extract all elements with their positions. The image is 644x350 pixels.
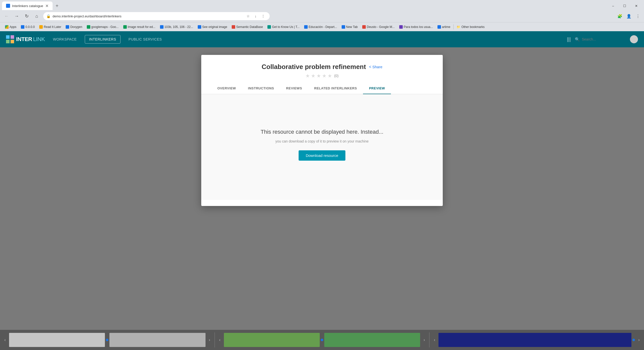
share-label: Share — [372, 65, 382, 69]
share-page-button[interactable]: ⋮ — [260, 13, 267, 20]
nav-interlinkers[interactable]: INTERLINKERS — [85, 35, 120, 44]
bars-icon[interactable]: ||| — [567, 37, 571, 42]
bookmark-favicon — [362, 25, 366, 29]
bookmark-label: Read It Later — [44, 25, 61, 29]
tab-instructions[interactable]: INSTRUCTIONS — [242, 83, 280, 94]
bookmark-0000[interactable]: 0.0.0.0 — [19, 24, 37, 30]
bookmark-googlemaps[interactable]: googlemaps - Goo... — [85, 24, 121, 30]
thumb-dot-3 — [632, 339, 635, 341]
bookmark-favicon — [304, 25, 308, 29]
bookmark-apps[interactable]: Apps — [3, 24, 18, 30]
bookmark-favicon — [267, 25, 271, 29]
bookmarks-bar: Apps 0.0.0.0 Read It Later Doxygen googl… — [0, 22, 644, 31]
bookmark-favicon — [342, 25, 345, 29]
tab-close-button[interactable]: ✕ — [45, 4, 49, 8]
reviews-count: (0) — [334, 74, 338, 78]
maximize-button[interactable]: ☐ — [619, 2, 630, 10]
logo-icon — [6, 35, 14, 43]
bookmark-favicon — [123, 25, 127, 29]
app-logo[interactable]: INTER LINK — [6, 35, 45, 43]
bookmark-artime[interactable]: artime — [435, 24, 452, 30]
thumb-section-3: ‹ › — [429, 333, 644, 347]
bookmark-this-button[interactable]: ☆ — [245, 13, 252, 20]
read-later-button[interactable]: ↓ — [252, 13, 259, 20]
nav-public-services[interactable]: PUBLIC SERVICES — [125, 35, 166, 43]
bookmark-label: 103b, 105, 106 - 22... — [165, 25, 193, 29]
user-avatar[interactable] — [630, 35, 638, 43]
bookmark-label: googlemaps - Goo... — [91, 25, 119, 29]
thumb-section-2: ‹ › — [215, 333, 429, 347]
bookmark-label: Get to Know Us | T... — [272, 25, 300, 29]
forward-button[interactable]: → — [12, 12, 21, 21]
thumbnails-strip: ‹ › ‹ › ‹ › — [0, 330, 644, 350]
nav-workspace[interactable]: WORKSPACE — [49, 35, 80, 43]
close-button[interactable]: ✕ — [630, 2, 642, 10]
bookmark-favicon — [437, 25, 441, 29]
thumb-next-1[interactable]: › — [207, 337, 213, 343]
minimize-button[interactable]: – — [607, 2, 619, 10]
bookmark-label: Other bookmarks — [461, 25, 485, 29]
bookmark-favicon — [160, 25, 164, 29]
menu-button[interactable]: ⋮ — [634, 12, 642, 20]
bookmark-gettoknow[interactable]: Get to Know Us | T... — [265, 24, 302, 30]
home-button[interactable]: ⌂ — [32, 12, 41, 21]
profile-button[interactable]: 👤 — [625, 12, 633, 20]
bookmark-paratodos[interactable]: Para todos los usua... — [397, 24, 435, 30]
bookmarks-separator — [453, 24, 454, 29]
bookmark-label: artime — [442, 25, 450, 29]
bookmark-other[interactable]: 📁 Other bookmarks — [455, 24, 487, 30]
bookmark-read-later[interactable]: Read It Later — [37, 24, 63, 30]
bookmark-educacion[interactable]: Educación - Depart... — [302, 24, 339, 30]
share-icon: < — [369, 65, 371, 69]
bookmark-semantic[interactable]: Semantic DataBase — [230, 24, 265, 30]
bookmark-label: Image result for ed... — [128, 25, 155, 29]
new-tab-button[interactable]: + — [54, 2, 61, 9]
bookmark-see-original[interactable]: See original image — [196, 24, 229, 30]
download-resource-button[interactable]: Download resource — [299, 150, 345, 161]
thumb-dot-1 — [106, 339, 108, 341]
modal-title-text: Collaborative problem refinement — [262, 63, 366, 71]
share-button[interactable]: < Share — [369, 65, 382, 69]
back-button[interactable]: ← — [2, 12, 11, 21]
logo-link-text: LINK — [33, 36, 45, 43]
active-tab[interactable]: Interlinkers catalogue ✕ — [2, 2, 53, 10]
bookmark-favicon — [39, 25, 43, 29]
reload-button[interactable]: ↻ — [22, 12, 31, 21]
bookmark-image-result[interactable]: Image result for ed... — [121, 24, 157, 30]
bookmark-doxygen[interactable]: Doxygen — [64, 24, 84, 30]
modal-preview-content: This resource cannot be displayed here. … — [201, 94, 443, 200]
modal-header: Collaborative problem refinement < Share… — [201, 55, 443, 83]
thumb-next-2[interactable]: › — [421, 337, 427, 343]
resource-sub-message: you can download a copy of it to preview… — [275, 139, 369, 143]
svg-rect-0 — [6, 35, 10, 39]
thumb-prev-2[interactable]: ‹ — [217, 337, 223, 343]
folder-icon: 📁 — [457, 25, 460, 29]
bookmark-103b[interactable]: 103b, 105, 106 - 22... — [158, 24, 195, 30]
search-area[interactable]: 🔍 — [575, 37, 626, 42]
svg-rect-2 — [11, 35, 14, 39]
bookmark-newtab[interactable]: New Tab — [340, 24, 360, 30]
star-4: ★ — [322, 73, 327, 79]
modal-card: Collaborative problem refinement < Share… — [201, 55, 443, 206]
address-bar[interactable]: 🔒 demo.interlink-project.eu/dashboard/in… — [43, 12, 270, 20]
logo-inter-text: INTER — [16, 36, 32, 43]
tab-related[interactable]: RELATED INTERLINKERS — [308, 83, 363, 94]
extensions-button[interactable]: 🧩 — [616, 12, 624, 20]
thumb-next-3[interactable]: › — [636, 337, 642, 343]
search-input[interactable] — [582, 37, 626, 41]
thumb-prev-3[interactable]: ‹ — [431, 337, 437, 343]
star-1: ★ — [305, 73, 310, 79]
svg-rect-1 — [6, 40, 10, 43]
rating-row: ★ ★ ★ ★ ★ (0) — [211, 73, 433, 79]
bookmark-label: Deusto - Google M... — [367, 25, 395, 29]
url-text: demo.interlink-project.eu/dashboard/inte… — [53, 14, 243, 18]
tab-reviews[interactable]: REVIEWS — [280, 83, 308, 94]
tab-favicon — [6, 4, 10, 8]
star-3: ★ — [316, 73, 321, 79]
tab-preview[interactable]: PREVIEW — [363, 83, 391, 94]
bookmark-deusto[interactable]: Deusto - Google M... — [360, 24, 397, 30]
thumb-img-1 — [9, 333, 105, 347]
tab-title: Interlinkers catalogue — [12, 4, 43, 8]
tab-overview[interactable]: OVERVIEW — [211, 83, 242, 94]
thumb-prev-1[interactable]: ‹ — [2, 337, 8, 343]
